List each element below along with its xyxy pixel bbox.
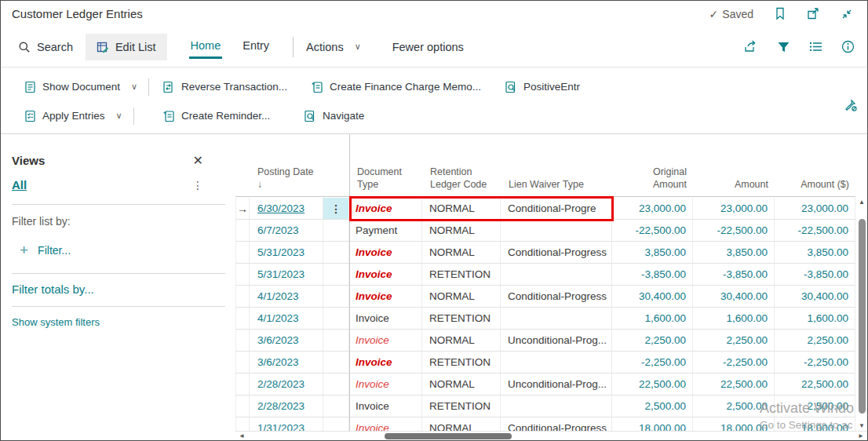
row-more-options-cell[interactable] — [323, 395, 349, 417]
amount-cell[interactable]: 3,850.00 — [693, 242, 775, 264]
document-type-cell[interactable]: Invoice — [349, 198, 422, 220]
row-selector-cell[interactable] — [235, 308, 250, 330]
filter-icon[interactable] — [777, 41, 790, 53]
posting-date-cell[interactable]: 2/28/2023 — [250, 395, 323, 417]
lien-waiver-type-cell[interactable]: Conditional-Progress — [501, 242, 612, 264]
column-header-document-type[interactable]: Document Type — [349, 166, 422, 196]
filter-totals-link[interactable]: Filter totals by... — [12, 282, 235, 296]
amount-usd-cell[interactable]: 2,250.00 — [775, 330, 855, 352]
posting-date-cell[interactable]: 3/6/2023 — [250, 352, 323, 374]
fewer-options-button[interactable]: Fewer options — [392, 41, 464, 53]
posting-date-cell[interactable]: 6/30/2023 — [250, 198, 323, 220]
posting-date-cell[interactable]: 1/31/2023 — [250, 417, 323, 431]
row-selector-cell[interactable] — [235, 352, 250, 374]
amount-cell[interactable]: 1,600.00 — [693, 308, 775, 330]
document-type-cell[interactable]: Invoice — [349, 286, 422, 308]
amount-cell[interactable]: 2,250.00 — [693, 330, 775, 352]
column-header-original-amount[interactable]: Original Amount — [612, 166, 693, 196]
column-header-lien-waiver-type[interactable]: Lien Waiver Type — [501, 178, 612, 196]
retention-ledger-code-cell[interactable]: NORMAL — [422, 417, 501, 431]
actions-menu-button[interactable]: Actions ∨ — [306, 41, 361, 53]
amount-usd-cell[interactable]: 22,500.00 — [775, 374, 855, 395]
horizontal-scrollbar-thumb[interactable] — [385, 433, 512, 439]
positive-entr-button[interactable]: PositiveEntr — [505, 81, 580, 93]
view-all-link[interactable]: All — [12, 178, 27, 191]
amount-usd-cell[interactable]: 3,850.00 — [775, 242, 855, 264]
document-type-cell[interactable]: Invoice — [349, 264, 422, 286]
document-type-cell[interactable]: Invoice — [349, 308, 422, 330]
apply-entries-button[interactable]: Apply Entries — [24, 110, 105, 122]
column-header-amount-usd[interactable]: Amount ($) — [775, 178, 855, 196]
original-amount-cell[interactable]: 18,000.00 — [612, 417, 693, 431]
retention-ledger-code-cell[interactable]: NORMAL — [422, 198, 501, 220]
amount-usd-cell[interactable]: -2,250.00 — [775, 352, 855, 374]
document-type-cell[interactable]: Invoice — [349, 417, 422, 431]
horizontal-scrollbar[interactable]: ◄ ► — [235, 431, 867, 440]
lien-waiver-type-cell[interactable]: Unconditional-Prog... — [501, 330, 612, 352]
document-type-cell[interactable]: Invoice — [349, 374, 422, 395]
retention-ledger-code-cell[interactable]: NORMAL — [422, 374, 501, 395]
retention-ledger-code-cell[interactable]: NORMAL — [422, 286, 501, 308]
original-amount-cell[interactable]: 2,250.00 — [612, 330, 693, 352]
amount-usd-cell[interactable]: -3,850.00 — [775, 264, 855, 286]
row-more-options-cell[interactable] — [323, 242, 349, 264]
row-selector-cell[interactable] — [235, 264, 250, 286]
document-type-cell[interactable]: Invoice — [349, 330, 422, 352]
choose-view-icon[interactable] — [809, 41, 822, 53]
amount-cell[interactable]: 2,500.00 — [693, 395, 775, 417]
add-filter-button[interactable]: + Filter... — [20, 242, 235, 259]
retention-ledger-code-cell[interactable]: RETENTION — [422, 264, 501, 286]
vertical-scrollbar[interactable]: ▲ ▼ — [857, 199, 866, 431]
table-row[interactable]: → 6/30/2023 ⋮ Invoice NORMAL Conditional… — [235, 198, 855, 220]
table-row[interactable]: 3/6/2023 Invoice NORMAL Unconditional-Pr… — [235, 330, 855, 352]
amount-usd-cell[interactable]: 30,400.00 — [775, 286, 855, 308]
original-amount-cell[interactable]: 30,400.00 — [612, 286, 693, 308]
row-more-options-cell[interactable] — [323, 308, 349, 330]
table-row[interactable]: 2/28/2023 Invoice NORMAL Unconditional-P… — [235, 374, 855, 395]
chevron-down-icon[interactable]: ∨ — [116, 111, 122, 121]
posting-date-cell[interactable]: 5/31/2023 — [250, 242, 323, 264]
tab-entry[interactable]: Entry — [241, 35, 271, 59]
scroll-right-icon[interactable]: ► — [858, 432, 864, 439]
document-type-cell[interactable]: Payment — [349, 220, 422, 242]
table-row[interactable]: 3/6/2023 Invoice RETENTION -2,250.00 -2,… — [235, 352, 855, 374]
retention-ledger-code-cell[interactable]: RETENTION — [422, 352, 501, 374]
original-amount-cell[interactable]: 2,500.00 — [612, 395, 693, 417]
amount-usd-cell[interactable]: 2,500.00 — [775, 395, 855, 417]
amount-cell[interactable]: 22,500.00 — [693, 374, 775, 395]
amount-usd-cell[interactable]: 23,000.00 — [775, 198, 855, 220]
original-amount-cell[interactable]: -22,500.00 — [612, 220, 693, 242]
amount-cell[interactable]: 18,000.00 — [693, 417, 775, 431]
amount-cell[interactable]: -22,500.00 — [693, 220, 775, 242]
posting-date-cell[interactable]: 2/28/2023 — [250, 374, 323, 395]
show-document-button[interactable]: Show Document — [24, 81, 120, 93]
posting-date-cell[interactable]: 6/7/2023 — [250, 220, 323, 242]
table-row[interactable]: 1/31/2023 Invoice NORMAL Conditional-Pro… — [235, 417, 855, 431]
row-selector-cell[interactable] — [235, 395, 250, 417]
document-type-cell[interactable]: Invoice — [349, 395, 422, 417]
row-more-options-cell[interactable]: ⋮ — [323, 198, 349, 220]
original-amount-cell[interactable]: 3,850.00 — [612, 242, 693, 264]
table-row[interactable]: 5/31/2023 Invoice NORMAL Conditional-Pro… — [235, 242, 855, 264]
row-more-options-cell[interactable] — [323, 330, 349, 352]
row-selector-cell[interactable]: → — [235, 198, 250, 220]
lien-waiver-type-cell[interactable]: Conditional-Progre — [501, 198, 612, 220]
create-finance-charge-memo-button[interactable]: Create Finance Charge Memo... — [311, 81, 481, 93]
document-type-cell[interactable]: Invoice — [349, 242, 422, 264]
scroll-up-icon[interactable]: ▲ — [857, 199, 866, 206]
row-selector-cell[interactable] — [235, 220, 250, 242]
create-reminder-button[interactable]: Create Reminder... — [162, 110, 280, 122]
row-more-options-cell[interactable] — [323, 417, 349, 431]
unpin-icon[interactable] — [844, 99, 858, 113]
show-system-filters-link[interactable]: Show system filters — [12, 316, 235, 328]
lien-waiver-type-cell[interactable] — [501, 352, 612, 374]
amount-usd-cell[interactable]: -22,500.00 — [775, 220, 855, 242]
open-in-new-window-icon[interactable] — [807, 7, 820, 20]
retention-ledger-code-cell[interactable]: RETENTION — [422, 395, 501, 417]
amount-cell[interactable]: 23,000.00 — [693, 198, 775, 220]
lien-waiver-type-cell[interactable]: Conditional-Progress — [501, 417, 612, 431]
share-icon[interactable] — [744, 40, 758, 53]
lien-waiver-type-cell[interactable] — [501, 395, 612, 417]
row-selector-cell[interactable] — [235, 242, 250, 264]
retention-ledger-code-cell[interactable]: RETENTION — [422, 308, 501, 330]
